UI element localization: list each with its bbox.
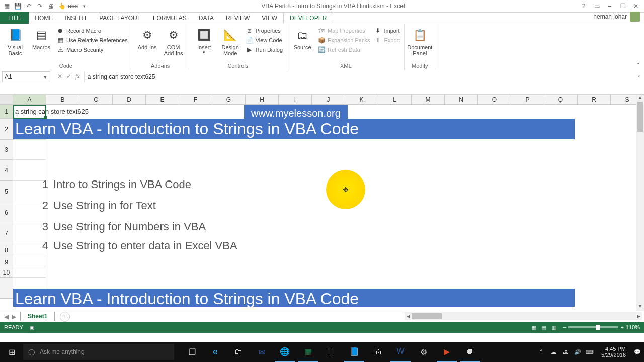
col-header[interactable]: E bbox=[146, 95, 179, 105]
insert-button[interactable]: 🔲Insert▾ bbox=[192, 25, 216, 56]
relative-refs-button[interactable]: ▦Use Relative References bbox=[55, 36, 129, 45]
explorer-icon[interactable]: 🗂 bbox=[228, 342, 249, 362]
view-buttons[interactable]: ▦▤▥ bbox=[529, 324, 559, 331]
zoom-out-icon[interactable]: − bbox=[563, 324, 566, 330]
name-box[interactable]: A1 ▼ bbox=[2, 71, 50, 82]
volume-icon[interactable]: 🔊 bbox=[573, 349, 582, 355]
tab-formulas[interactable]: FORMULAS bbox=[147, 13, 193, 24]
tab-home[interactable]: HOME bbox=[29, 13, 59, 24]
addins-button[interactable]: ⚙Add-Ins bbox=[135, 25, 159, 56]
worksheet-grid[interactable]: A B C D E F G H I J K L M N O P Q R S 1a… bbox=[0, 95, 644, 311]
zoom-level[interactable]: 110% bbox=[626, 324, 640, 330]
col-header[interactable]: Q bbox=[544, 95, 578, 105]
export-button[interactable]: ⬆Export bbox=[373, 36, 401, 45]
import-button[interactable]: ⬇Import bbox=[373, 26, 401, 35]
tab-pagelayout[interactable]: PAGE LAYOUT bbox=[93, 13, 147, 24]
scroll-right-icon[interactable]: ▶ bbox=[635, 314, 642, 319]
fx-icon[interactable]: fx bbox=[75, 73, 80, 80]
col-header[interactable]: G bbox=[212, 95, 246, 105]
design-mode-button[interactable]: 📐Design Mode bbox=[218, 25, 243, 56]
outlook-icon[interactable]: ✉ bbox=[252, 342, 272, 362]
media-icon[interactable]: ▶ bbox=[437, 342, 457, 362]
start-button[interactable]: ⊞ bbox=[0, 342, 23, 362]
qat-more-icon[interactable]: ▾ bbox=[79, 2, 89, 11]
scroll-thumb[interactable] bbox=[637, 102, 643, 132]
notifications-icon[interactable]: 💬 bbox=[633, 349, 642, 355]
document-panel-button[interactable]: 📋Document Panel bbox=[408, 25, 432, 56]
help-icon[interactable]: ? bbox=[578, 2, 590, 11]
col-header[interactable]: K bbox=[345, 95, 378, 105]
row-header[interactable]: 2 bbox=[0, 119, 13, 140]
col-header[interactable]: R bbox=[578, 95, 611, 105]
refresh-data-button[interactable]: 🔄Refresh Data bbox=[316, 45, 371, 54]
touch-icon[interactable]: 👆 bbox=[57, 2, 66, 11]
redo-icon[interactable]: ↷ bbox=[35, 2, 44, 11]
sheet-nav[interactable]: ◀▶ bbox=[0, 313, 20, 320]
row-header[interactable]: 10 bbox=[0, 267, 13, 278]
chrome-icon[interactable]: 🌐 bbox=[275, 342, 295, 362]
sheet-tab[interactable]: Sheet1 bbox=[20, 312, 55, 321]
store-icon[interactable]: 🛍 bbox=[367, 342, 387, 362]
onedrive-icon[interactable]: ☁ bbox=[549, 349, 558, 355]
row-header[interactable]: 7 bbox=[0, 223, 13, 243]
col-header[interactable]: F bbox=[179, 95, 212, 105]
row-header[interactable]: 4 bbox=[0, 160, 13, 181]
collapse-ribbon-icon[interactable]: ⌃ bbox=[636, 62, 641, 69]
source-button[interactable]: 🗂Source bbox=[290, 25, 314, 54]
zoom-slider[interactable] bbox=[568, 326, 618, 328]
expansion-packs-button[interactable]: 📦Expansion Packs bbox=[316, 36, 371, 45]
record-macro-button[interactable]: ⏺Record Macro bbox=[55, 26, 129, 35]
macro-record-icon[interactable]: ▣ bbox=[29, 324, 34, 331]
undo-icon[interactable]: ↶ bbox=[24, 2, 33, 11]
run-dialog-button[interactable]: ▶Run Dialog bbox=[245, 45, 284, 54]
view-code-button[interactable]: 📄View Code bbox=[245, 36, 284, 45]
col-header[interactable]: N bbox=[445, 95, 478, 105]
edge-icon[interactable]: e bbox=[205, 342, 225, 362]
macro-security-button[interactable]: ⚠Macro Security bbox=[55, 45, 129, 54]
print-icon[interactable]: 🖨 bbox=[46, 2, 55, 11]
account-button[interactable]: heman johar bbox=[589, 10, 644, 24]
add-sheet-button[interactable]: + bbox=[60, 312, 70, 322]
row-header[interactable]: 5 bbox=[0, 181, 13, 202]
clock[interactable]: 4:45 PM 5/29/2016 bbox=[597, 346, 630, 358]
zoom-in-icon[interactable]: + bbox=[620, 324, 623, 330]
excel-taskbar-icon[interactable]: ▦ bbox=[298, 342, 318, 362]
col-header[interactable]: O bbox=[478, 95, 511, 105]
col-header[interactable]: M bbox=[412, 95, 445, 105]
vertical-scrollbar[interactable]: ▲ ▼ bbox=[636, 95, 644, 311]
taskview-icon[interactable]: ❐ bbox=[182, 342, 202, 362]
zoom-control[interactable]: − + 110% bbox=[563, 324, 640, 330]
save-icon[interactable]: 💾 bbox=[13, 2, 22, 11]
col-header[interactable]: D bbox=[113, 95, 146, 105]
scroll-down-icon[interactable]: ▼ bbox=[636, 304, 644, 311]
scroll-up-icon[interactable]: ▲ bbox=[636, 95, 644, 102]
row-header[interactable] bbox=[0, 278, 13, 299]
expand-formula-icon[interactable]: ⌄ bbox=[637, 72, 641, 78]
col-header[interactable]: C bbox=[79, 95, 113, 105]
network-icon[interactable]: 🖧 bbox=[561, 349, 570, 355]
row-header[interactable]: 1 bbox=[0, 105, 13, 119]
word-icon[interactable]: W bbox=[390, 342, 411, 362]
macros-button[interactable]: ▤Macros bbox=[29, 25, 53, 56]
tray-up-icon[interactable]: ˄ bbox=[537, 349, 546, 355]
col-header[interactable]: H bbox=[246, 95, 279, 105]
formula-input[interactable]: a string can store text625 bbox=[84, 71, 644, 82]
com-addins-button[interactable]: ⚙COM Add-Ins bbox=[162, 25, 186, 56]
tab-view[interactable]: VIEW bbox=[256, 13, 283, 24]
strike-icon[interactable]: abc bbox=[68, 2, 77, 11]
scroll-thumb[interactable] bbox=[412, 313, 442, 319]
visual-basic-button[interactable]: 📘Visual Basic bbox=[3, 25, 27, 56]
properties-button[interactable]: 🗉Properties bbox=[245, 26, 284, 35]
row-header[interactable]: 3 bbox=[0, 140, 13, 160]
select-all-corner[interactable] bbox=[0, 95, 13, 105]
cancel-formula-icon[interactable]: ✕ bbox=[57, 73, 62, 80]
name-box-dropdown-icon[interactable]: ▼ bbox=[43, 74, 48, 80]
row-header[interactable]: 6 bbox=[0, 202, 13, 223]
col-header[interactable]: A bbox=[13, 95, 46, 105]
scroll-left-icon[interactable]: ◀ bbox=[405, 314, 412, 319]
tab-review[interactable]: REVIEW bbox=[220, 13, 256, 24]
col-header[interactable]: I bbox=[279, 95, 312, 105]
row-header[interactable]: 9 bbox=[0, 257, 13, 267]
cell-a1[interactable]: a string can store text625 bbox=[13, 105, 46, 119]
col-header[interactable]: P bbox=[511, 95, 544, 105]
